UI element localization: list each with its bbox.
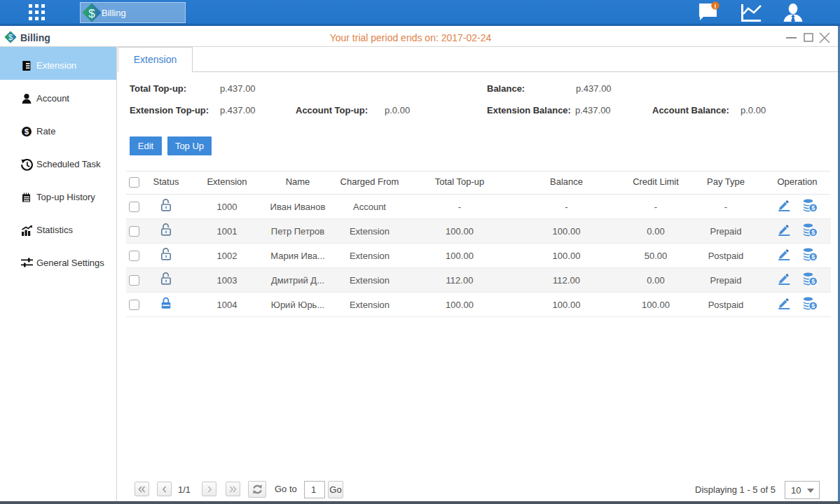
svg-text:$: $ <box>811 278 815 285</box>
svg-text:$: $ <box>811 204 815 211</box>
svg-text:!: ! <box>715 3 717 10</box>
svg-text:$: $ <box>811 229 815 236</box>
svg-text:$: $ <box>25 127 29 136</box>
svg-text:$: $ <box>811 253 815 260</box>
svg-text:$: $ <box>88 7 95 20</box>
svg-text:$: $ <box>811 302 815 309</box>
